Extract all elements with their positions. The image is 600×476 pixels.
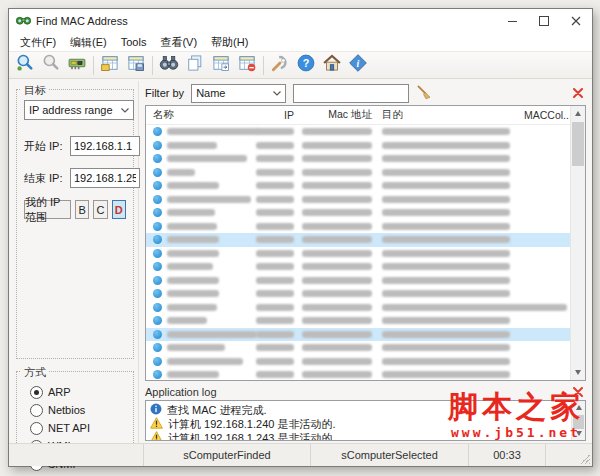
table-row[interactable] bbox=[146, 125, 570, 139]
table-row[interactable] bbox=[146, 247, 570, 261]
table-row[interactable] bbox=[146, 355, 570, 369]
scroll-down-icon[interactable] bbox=[571, 365, 585, 380]
cell-ip bbox=[242, 182, 294, 189]
cell-purpose bbox=[372, 206, 524, 220]
clear-filter-broom-icon[interactable] bbox=[416, 84, 432, 102]
redacted-purpose bbox=[382, 209, 510, 216]
cell-purpose bbox=[372, 233, 524, 247]
menu-item-e[interactable]: 编辑(E) bbox=[63, 34, 114, 51]
column-header-mac[interactable]: Mac 地址 bbox=[294, 108, 372, 122]
column-header-maccol[interactable]: MACCol.. bbox=[524, 109, 570, 121]
log-scrollbar[interactable] bbox=[571, 401, 585, 440]
table-row[interactable] bbox=[146, 206, 570, 220]
menu-item-f[interactable]: 文件(F) bbox=[13, 34, 63, 51]
radio-option-net-api[interactable]: NET API bbox=[30, 420, 126, 436]
main-panel: Filter by Name 名称 bbox=[139, 81, 592, 443]
close-button[interactable] bbox=[560, 9, 592, 33]
app-icon bbox=[16, 12, 31, 30]
computer-icon bbox=[153, 168, 162, 177]
minimize-button[interactable] bbox=[496, 9, 528, 33]
toolbar-table-export-button[interactable] bbox=[208, 53, 234, 77]
column-header-ip[interactable]: IP bbox=[242, 109, 294, 121]
redacted-purpose bbox=[382, 155, 510, 162]
column-header-name[interactable]: 名称 bbox=[146, 108, 242, 122]
cell-purpose bbox=[372, 247, 524, 261]
toolbar-search-disabled-button bbox=[38, 53, 64, 77]
scroll-up-icon[interactable] bbox=[572, 401, 585, 414]
toolbar-home-button[interactable] bbox=[319, 53, 345, 77]
settings-wrench-icon bbox=[270, 53, 290, 77]
end-ip-input[interactable] bbox=[70, 168, 140, 188]
menu-item-tools[interactable]: Tools bbox=[114, 35, 154, 49]
cell-ip bbox=[242, 250, 294, 257]
computer-icon bbox=[153, 303, 162, 312]
column-header-purpose[interactable]: 目的 bbox=[372, 108, 524, 122]
warning-icon bbox=[150, 417, 163, 431]
table-row[interactable] bbox=[146, 341, 570, 355]
cell-name bbox=[146, 357, 242, 366]
redacted-purpose bbox=[382, 250, 510, 257]
close-log-icon[interactable] bbox=[572, 386, 584, 398]
redacted-ip bbox=[256, 331, 294, 338]
menu-item-v[interactable]: 查看(V) bbox=[153, 34, 204, 51]
target-group-label: 目标 bbox=[21, 83, 49, 98]
table-row[interactable] bbox=[146, 220, 570, 234]
table-row[interactable] bbox=[146, 274, 570, 288]
table-row[interactable] bbox=[146, 179, 570, 193]
table-remove-icon bbox=[237, 53, 257, 77]
redacted-ip bbox=[256, 304, 294, 311]
cell-ip bbox=[242, 344, 294, 351]
cell-ip bbox=[242, 317, 294, 324]
cell-ip bbox=[242, 209, 294, 216]
table-row[interactable] bbox=[146, 233, 570, 247]
table-scrollbar[interactable] bbox=[570, 106, 585, 380]
toolbar-settings-wrench-button[interactable] bbox=[267, 53, 293, 77]
table-row[interactable] bbox=[146, 328, 570, 342]
close-results-icon[interactable] bbox=[572, 87, 584, 99]
window-controls bbox=[496, 9, 592, 33]
table-row[interactable] bbox=[146, 368, 570, 380]
table-row[interactable] bbox=[146, 260, 570, 274]
cell-name bbox=[146, 330, 242, 339]
filter-text-input[interactable] bbox=[293, 84, 409, 103]
redacted-name bbox=[167, 317, 207, 324]
toolbar-table-remove-button[interactable] bbox=[234, 53, 260, 77]
computer-icon bbox=[153, 154, 162, 163]
toolbar-help-button[interactable]: ? bbox=[293, 53, 319, 77]
cell-name bbox=[146, 316, 242, 325]
computer-icon bbox=[153, 316, 162, 325]
menu-item-h[interactable]: 帮助(H) bbox=[204, 34, 255, 51]
class-c-button[interactable]: C bbox=[93, 200, 107, 219]
radio-option-netbios[interactable]: Netbios bbox=[30, 402, 126, 418]
resize-grip[interactable] bbox=[580, 454, 590, 464]
table-row[interactable] bbox=[146, 301, 570, 315]
cell-mac bbox=[294, 155, 372, 162]
table-row[interactable] bbox=[146, 139, 570, 153]
table-row[interactable] bbox=[146, 152, 570, 166]
my-ip-range-button[interactable]: 我的 IP 范围 bbox=[24, 200, 71, 219]
filter-field-select[interactable]: Name bbox=[191, 84, 286, 103]
toolbar-copy-button[interactable] bbox=[182, 53, 208, 77]
table-row[interactable] bbox=[146, 166, 570, 180]
radio-option-arp[interactable]: ARP bbox=[30, 384, 126, 400]
table-row[interactable] bbox=[146, 193, 570, 207]
table-row[interactable] bbox=[146, 287, 570, 301]
scroll-up-icon[interactable] bbox=[571, 106, 585, 121]
class-b-button[interactable]: B bbox=[75, 200, 89, 219]
maximize-button[interactable] bbox=[528, 9, 560, 33]
class-d-button[interactable]: D bbox=[112, 200, 126, 219]
toolbar-find-button[interactable] bbox=[156, 53, 182, 77]
redacted-mac bbox=[302, 263, 372, 270]
toolbar-table-new-button[interactable] bbox=[97, 53, 123, 77]
scroll-down-icon[interactable] bbox=[572, 427, 585, 440]
scrollbar-thumb[interactable] bbox=[572, 122, 584, 166]
toolbar-search-button[interactable] bbox=[12, 53, 38, 77]
toolbar-table-save-button[interactable] bbox=[123, 53, 149, 77]
toolbar-network-adapter-button[interactable] bbox=[64, 53, 90, 77]
start-ip-input[interactable] bbox=[70, 136, 140, 156]
redacted-purpose bbox=[382, 277, 510, 284]
range-type-select[interactable]: IP address range bbox=[24, 100, 134, 120]
cell-purpose bbox=[372, 341, 524, 355]
toolbar-about-info-button[interactable]: i bbox=[345, 53, 371, 77]
table-row[interactable] bbox=[146, 314, 570, 328]
